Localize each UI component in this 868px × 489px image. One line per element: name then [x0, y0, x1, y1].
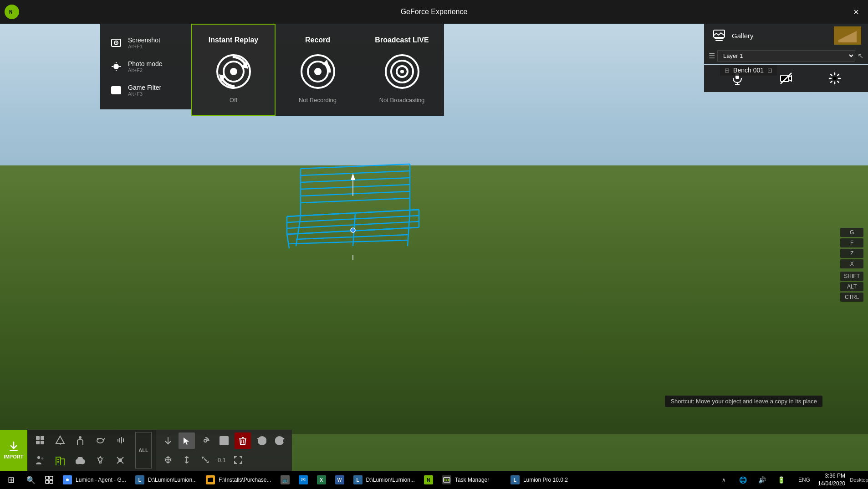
tool-objects[interactable] — [32, 432, 48, 448]
obj-redo[interactable] — [272, 432, 288, 449]
photomode-title: Photo mode — [128, 60, 163, 67]
screenshot-icon — [110, 36, 123, 49]
import-button[interactable]: IMPORT — [0, 430, 27, 471]
lumion2-label: D:\Lumion\Lumion... — [366, 477, 415, 483]
obj-undo[interactable] — [253, 432, 270, 449]
svg-point-69 — [41, 458, 44, 460]
tray-expand[interactable]: ∧ — [715, 471, 733, 489]
svg-line-5 — [301, 198, 410, 203]
gamefilter-title: Game Filter — [128, 84, 161, 91]
settings-button[interactable] — [825, 68, 845, 88]
word-icon: W — [335, 475, 344, 484]
tool-people[interactable] — [72, 432, 88, 448]
tool-people2[interactable] — [32, 452, 48, 468]
obj-height[interactable] — [179, 452, 195, 468]
tool-animals[interactable] — [92, 432, 108, 448]
tool-trees[interactable] — [52, 432, 68, 448]
bench-name: Bench 001 — [733, 67, 764, 74]
bench-label: ⊞ Bench 001 ⊡ — [720, 65, 777, 76]
taskbar-app-mail[interactable]: ✉ — [294, 471, 312, 489]
obj-scale2[interactable] — [197, 452, 214, 468]
nvidia-logo-area: N — [0, 0, 24, 24]
layer-select[interactable]: Layer 1 — [717, 50, 855, 62]
svg-rect-100 — [446, 479, 447, 481]
tool-vehicles[interactable] — [72, 452, 88, 468]
taskbar-app-nvidia[interactable]: N — [419, 471, 438, 489]
sidebar-item-screenshot[interactable]: Screenshot Alt+F1 — [107, 33, 184, 53]
obj-rotate[interactable] — [197, 432, 214, 449]
taskbar: ⊞ 🔍 Lumion - Agent - G... L D:\Lumion\Lu… — [0, 471, 868, 489]
tool-utilities[interactable] — [112, 452, 128, 468]
search-button[interactable]: 🔍 — [22, 471, 40, 489]
close-button[interactable]: × — [844, 0, 868, 24]
sidebar-item-gamefilter[interactable]: Game Filter Alt+F3 — [107, 80, 184, 100]
all-filter[interactable]: ALL — [135, 432, 152, 468]
svg-point-68 — [37, 456, 40, 459]
tv-icon: 📺 — [281, 475, 290, 484]
svg-line-19 — [287, 234, 289, 248]
svg-rect-60 — [36, 441, 40, 444]
obj-delete[interactable] — [235, 432, 251, 449]
screenshot-text: Screenshot Alt+F1 — [128, 36, 160, 49]
taskbar-app-word[interactable]: W — [331, 471, 349, 489]
shortcut-tooltip: Shortcut: Move your object and leave a c… — [665, 396, 822, 407]
svg-line-20 — [296, 235, 408, 239]
time-display: 3:36 PM — [825, 473, 845, 479]
svg-point-64 — [79, 436, 82, 439]
svg-point-34 — [115, 89, 117, 91]
bench-expand-icon: ⊡ — [767, 67, 772, 74]
svg-rect-57 — [10, 450, 18, 451]
photomode-text: Photo mode Alt+F2 — [128, 60, 163, 73]
tool-sounds[interactable] — [112, 432, 128, 448]
gamefilter-shortcut: Alt+F3 — [128, 91, 161, 97]
tray-battery[interactable]: 🔋 — [772, 471, 791, 489]
svg-rect-93 — [50, 476, 53, 479]
sidebar-item-photomode[interactable]: Photo mode Alt+F2 — [107, 57, 184, 77]
broadcast-icon — [384, 53, 420, 90]
obj-select[interactable] — [179, 432, 195, 449]
record-title: Record — [305, 36, 330, 44]
layer-dropdown-row: ☰ Layer 1 ↖ — [704, 47, 868, 64]
obj-move2d[interactable] — [160, 452, 176, 468]
start-button[interactable]: ⊞ — [0, 471, 22, 489]
broadcast-card[interactable]: Broadcast LIVE Not Broadcasting — [360, 24, 444, 116]
language-indicator[interactable]: ENG — [795, 471, 813, 489]
taskmanager-icon — [442, 475, 451, 484]
tool-buildings[interactable] — [52, 452, 68, 468]
taskbar-app-chrome[interactable]: Lumion - Agent - G... — [58, 471, 131, 489]
folder-icon — [206, 475, 215, 484]
taskbar-app-lumion1[interactable]: L D:\Lumion\Lumion... — [131, 471, 201, 489]
svg-point-42 — [314, 68, 322, 75]
key-hints-panel: G F Z X SHIFT ALT CTRL — [840, 228, 863, 302]
svg-line-80 — [102, 458, 103, 458]
taskbar-app-lumion2[interactable]: L D:\Lumion\Lumion... — [349, 471, 419, 489]
taskbar-app-taskmanager[interactable]: Task Manager — [438, 471, 506, 489]
svg-point-37 — [230, 68, 237, 75]
clock[interactable]: 3:36 PM 14/04/2020 — [813, 472, 850, 488]
tray-network[interactable]: 🌐 — [734, 471, 752, 489]
svg-rect-92 — [46, 476, 49, 479]
svg-point-77 — [98, 458, 102, 461]
taskbar-app-folder[interactable]: F:\Installs\Purchase... — [201, 471, 276, 489]
tool-lights[interactable] — [92, 452, 108, 468]
show-desktop[interactable]: Desktop — [850, 471, 868, 489]
taskbar-app-taskview[interactable]: 📺 — [276, 471, 294, 489]
obj-scale[interactable] — [216, 432, 232, 449]
taskview-button[interactable] — [40, 471, 58, 489]
taskbar-app-lumion-pro[interactable]: L Lumion Pro 10.0.2 — [506, 471, 574, 489]
svg-point-66 — [97, 438, 99, 440]
obj-fullscreen[interactable] — [230, 452, 246, 468]
svg-line-16 — [296, 216, 301, 246]
screenshot-shortcut: Alt+F1 — [128, 44, 160, 49]
record-card[interactable]: Record Not Recording — [276, 24, 360, 116]
camera-off-button[interactable] — [776, 68, 796, 88]
svg-marker-23 — [351, 173, 355, 180]
taskbar-app-excel[interactable]: X — [312, 471, 331, 489]
gallery-label[interactable]: Gallery — [732, 32, 829, 40]
obj-move-down[interactable] — [160, 432, 176, 449]
scale-value: 0.1 — [216, 457, 228, 463]
mail-icon: ✉ — [299, 475, 308, 484]
tray-volume[interactable]: 🔊 — [753, 471, 771, 489]
shortcut-text: Shortcut: Move your object and leave a c… — [670, 398, 817, 405]
instant-replay-card[interactable]: Instant Replay Off — [191, 24, 276, 116]
